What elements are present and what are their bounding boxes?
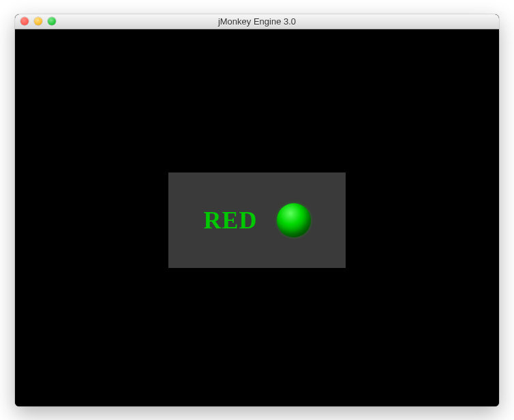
maximize-icon[interactable] [48, 17, 56, 25]
window-title: jMonkey Engine 3.0 [15, 16, 499, 27]
close-icon[interactable] [20, 17, 29, 25]
minimize-icon[interactable] [34, 17, 42, 25]
hud-label: RED [203, 206, 257, 235]
sphere-icon [277, 203, 311, 237]
render-viewport[interactable]: RED [15, 29, 499, 406]
hud-panel: RED [168, 172, 346, 268]
application-window: jMonkey Engine 3.0 RED [15, 14, 499, 406]
window-titlebar[interactable]: jMonkey Engine 3.0 [15, 14, 499, 29]
window-controls [15, 17, 56, 25]
